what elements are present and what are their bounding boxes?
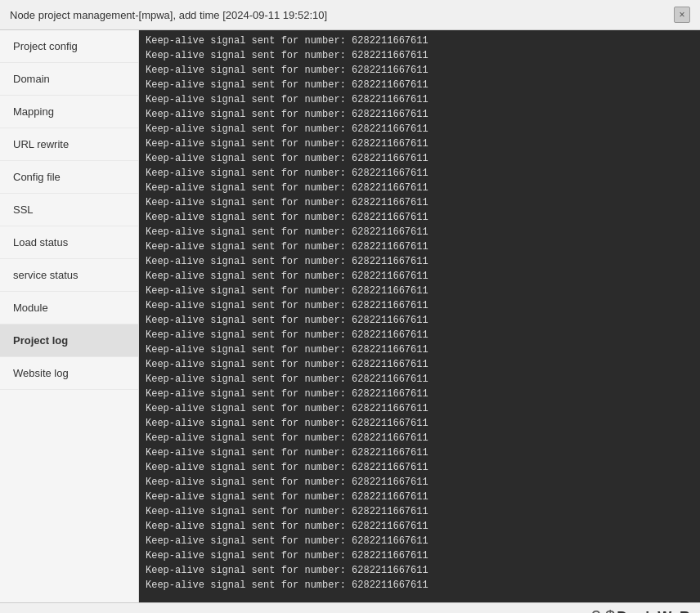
log-line: Keep-alive signal sent for number: 62822…	[146, 225, 693, 239]
footer: aaPanel Linux panel ©2014-2024 aaPanel |…	[0, 602, 700, 613]
log-line: Keep-alive signal sent for number: 62822…	[146, 34, 693, 48]
log-line: Keep-alive signal sent for number: 62822…	[146, 475, 693, 490]
log-line: Keep-alive signal sent for number: 62822…	[146, 342, 693, 357]
sidebar-item-website-log[interactable]: Website log	[0, 357, 138, 390]
log-line: Keep-alive signal sent for number: 62822…	[146, 445, 693, 460]
title-bar: Node project management-[mpwa], add time…	[0, 0, 700, 30]
log-line: Keep-alive signal sent for number: 62822…	[146, 578, 693, 593]
log-line: Keep-alive signal sent for number: 62822…	[146, 284, 693, 298]
logo-text: DoniaWeB	[617, 609, 690, 614]
log-line: Keep-alive signal sent for number: 62822…	[146, 372, 693, 387]
main-window: Node project management-[mpwa], add time…	[0, 0, 700, 613]
log-line: Keep-alive signal sent for number: 62822…	[146, 151, 693, 166]
log-line: Keep-alive signal sent for number: 62822…	[146, 254, 693, 269]
log-line: Keep-alive signal sent for number: 62822…	[146, 328, 693, 342]
log-line: Keep-alive signal sent for number: 62822…	[146, 431, 693, 445]
log-line: Keep-alive signal sent for number: 62822…	[146, 166, 693, 181]
log-line: Keep-alive signal sent for number: 62822…	[146, 181, 693, 195]
sidebar-item-mapping[interactable]: Mapping	[0, 96, 138, 128]
logo-icon: €·$	[590, 606, 616, 613]
log-line: Keep-alive signal sent for number: 62822…	[146, 563, 693, 578]
log-content[interactable]: Keep-alive signal sent for number: 62822…	[139, 30, 700, 602]
log-line: Keep-alive signal sent for number: 62822…	[146, 107, 693, 122]
sidebar-item-load-status[interactable]: Load status	[0, 226, 138, 259]
log-line: Keep-alive signal sent for number: 62822…	[146, 136, 693, 151]
sidebar-item-project-config[interactable]: Project config	[0, 30, 138, 63]
log-line: Keep-alive signal sent for number: 62822…	[146, 239, 693, 254]
log-line: Keep-alive signal sent for number: 62822…	[146, 298, 693, 313]
sidebar-item-module[interactable]: Module	[0, 292, 138, 324]
logo-area: €·$ DoniaWeB	[590, 606, 690, 613]
close-button[interactable]: ×	[674, 7, 690, 23]
log-line: Keep-alive signal sent for number: 62822…	[146, 122, 693, 136]
log-line: Keep-alive signal sent for number: 62822…	[146, 490, 693, 504]
sidebar-item-project-log[interactable]: Project log	[0, 324, 138, 357]
log-line: Keep-alive signal sent for number: 62822…	[146, 548, 693, 563]
close-icon: ×	[679, 9, 684, 20]
log-line: Keep-alive signal sent for number: 62822…	[146, 534, 693, 548]
log-line: Keep-alive signal sent for number: 62822…	[146, 357, 693, 372]
log-line: Keep-alive signal sent for number: 62822…	[146, 519, 693, 534]
sidebar-item-ssl[interactable]: SSL	[0, 194, 138, 226]
sidebar-item-service-status[interactable]: service status	[0, 259, 138, 292]
sidebar-item-domain[interactable]: Domain	[0, 63, 138, 96]
log-line: Keep-alive signal sent for number: 62822…	[146, 313, 693, 328]
log-line: Keep-alive signal sent for number: 62822…	[146, 78, 693, 92]
log-line: Keep-alive signal sent for number: 62822…	[146, 387, 693, 401]
window-title: Node project management-[mpwa], add time…	[10, 9, 327, 21]
main-content: Project configDomainMappingURL rewriteCo…	[0, 30, 700, 602]
log-line: Keep-alive signal sent for number: 62822…	[146, 48, 693, 63]
log-line: Keep-alive signal sent for number: 62822…	[146, 416, 693, 431]
log-line: Keep-alive signal sent for number: 62822…	[146, 195, 693, 210]
log-line: Keep-alive signal sent for number: 62822…	[146, 210, 693, 225]
log-line: Keep-alive signal sent for number: 62822…	[146, 63, 693, 78]
log-line: Keep-alive signal sent for number: 62822…	[146, 269, 693, 284]
sidebar-item-url-rewrite[interactable]: URL rewrite	[0, 128, 138, 161]
log-area: Keep-alive signal sent for number: 62822…	[139, 30, 700, 602]
sidebar-item-config-file[interactable]: Config file	[0, 161, 138, 194]
sidebar: Project configDomainMappingURL rewriteCo…	[0, 30, 139, 602]
log-line: Keep-alive signal sent for number: 62822…	[146, 504, 693, 519]
log-line: Keep-alive signal sent for number: 62822…	[146, 92, 693, 107]
log-line: Keep-alive signal sent for number: 62822…	[146, 460, 693, 475]
log-line: Keep-alive signal sent for number: 62822…	[146, 401, 693, 416]
